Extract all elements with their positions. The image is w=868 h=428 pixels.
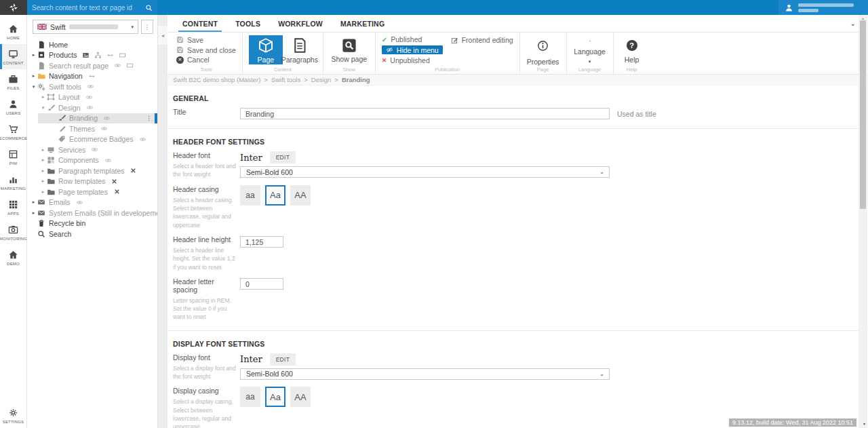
tree-label: Home xyxy=(49,41,68,49)
rail-item-files[interactable]: FILES xyxy=(0,69,26,94)
display-font-edit-button[interactable]: EDIT xyxy=(270,353,296,366)
published-option[interactable]: ✓Published xyxy=(382,35,443,44)
header-line-height-label: Header line height xyxy=(173,235,240,244)
tree-item-navigation[interactable]: ▸Navigation xyxy=(27,71,157,82)
save-button[interactable]: Save xyxy=(176,35,236,45)
casing-uppercase-button[interactable]: AA xyxy=(290,185,311,206)
expander-icon[interactable]: ▸ xyxy=(39,157,47,163)
properties-button[interactable]: Properties xyxy=(526,35,560,64)
expander-icon[interactable]: ▸ xyxy=(30,73,37,79)
expander-icon[interactable]: ▸ xyxy=(39,189,47,195)
tab-tools[interactable]: TOOLS xyxy=(226,15,269,32)
tree-item-home[interactable]: Home xyxy=(27,39,157,50)
casing-lowercase-button[interactable]: aa xyxy=(240,185,260,206)
header-font-help: Select a header font and the font weight xyxy=(173,162,238,179)
tree-item-system-emails[interactable]: ▸System Emails (Still in developement) xyxy=(27,208,157,218)
casing-lowercase-button[interactable]: aa xyxy=(240,387,260,407)
tree-item-ecommerce-badges[interactable]: Ecommerce Badges xyxy=(27,134,157,145)
tab-marketing[interactable]: MARKETING xyxy=(332,15,393,32)
ribbon-tabs: CONTENT TOOLS WORKFLOW MARKETING ⌄ xyxy=(167,15,868,33)
frontend-editing-button[interactable]: Frontend editing xyxy=(451,35,513,45)
expander-icon[interactable]: ▸ xyxy=(39,178,47,184)
rail-item-home[interactable]: HOME xyxy=(0,19,26,44)
expander-icon[interactable]: ▸ xyxy=(30,210,37,216)
expander-icon[interactable]: ▸ xyxy=(39,147,47,153)
breadcrumb-current: Branding xyxy=(342,76,370,83)
tree-item-products[interactable]: ▸Products xyxy=(27,50,157,61)
tree-item-recycle-bin[interactable]: Recycle bin xyxy=(27,218,157,229)
tree-item-emails[interactable]: ▸Emails xyxy=(27,197,157,208)
rail-item-apps[interactable]: APPS xyxy=(0,195,26,220)
website-selector[interactable]: Swift ▾ xyxy=(33,20,138,34)
header-line-height-help: Select a header line height. Set the val… xyxy=(173,246,238,271)
search-input[interactable] xyxy=(32,4,142,12)
rail-item-ecommerce[interactable]: ECOMMERCE xyxy=(0,119,26,144)
tab-content[interactable]: CONTENT xyxy=(174,15,226,32)
rail-item-users[interactable]: USERS xyxy=(0,94,26,119)
expander-icon[interactable]: ▸ xyxy=(39,168,47,174)
user-account[interactable] xyxy=(778,0,868,15)
tree-item-swift-tools[interactable]: ▾Swift tools xyxy=(27,81,157,92)
check-icon: ✓ xyxy=(382,36,387,43)
title-input[interactable] xyxy=(240,108,610,119)
expander-icon[interactable]: ▸ xyxy=(30,199,37,205)
casing-regular-button[interactable]: Aa xyxy=(265,185,285,206)
help-button[interactable]: ?Help xyxy=(620,35,644,64)
tree-item-services[interactable]: ▸Services xyxy=(27,144,157,155)
rail-item-pim[interactable]: PIM xyxy=(0,144,26,170)
cancel-icon: ✕ xyxy=(176,56,184,64)
website-menu-button[interactable]: ⋮ xyxy=(141,20,153,34)
hide-in-menu-option[interactable]: Hide in menu xyxy=(382,45,443,55)
status-caret-icon[interactable]: ▾ xyxy=(863,421,865,426)
tree-item-branding[interactable]: Branding⋮ xyxy=(27,113,157,124)
casing-uppercase-button[interactable]: AA xyxy=(290,387,311,407)
app-logo[interactable] xyxy=(0,0,27,15)
show-page-button[interactable]: Show page xyxy=(330,35,369,64)
tree-item-page-templates[interactable]: ▸Page templates xyxy=(27,187,157,197)
section-heading-header-fonts: HEADER FONT SETTINGS xyxy=(173,138,868,146)
display-font-name: Inter xyxy=(240,354,262,364)
scroll-up-icon[interactable]: ▲ xyxy=(859,15,867,20)
tree-label: Design xyxy=(58,104,81,112)
tree-item-components[interactable]: ▸Components xyxy=(27,155,157,166)
tree-item-row-templates[interactable]: ▸Row templates xyxy=(27,176,157,187)
tag-icon xyxy=(58,135,66,143)
cancel-button[interactable]: ✕Cancel xyxy=(176,55,236,64)
casing-regular-button[interactable]: Aa xyxy=(265,387,285,407)
tree-item-search-result-page[interactable]: Search result page xyxy=(27,60,157,71)
tab-workflow[interactable]: WORKFLOW xyxy=(269,15,332,32)
page-button[interactable]: Page xyxy=(249,35,283,64)
unpublished-option[interactable]: ✕Unpublished xyxy=(382,56,443,64)
save-and-close-button[interactable]: Save and close xyxy=(176,45,236,55)
search-icon[interactable] xyxy=(145,4,153,12)
display-font-weight-select[interactable]: Semi-Bold 600⌄ xyxy=(240,368,610,380)
header-font-weight-select[interactable]: Semi-Bold 600⌄ xyxy=(240,166,610,178)
header-letter-spacing-input[interactable] xyxy=(240,278,283,290)
rail-item-marketing[interactable]: MARKETING xyxy=(0,170,26,195)
header-font-edit-button[interactable]: EDIT xyxy=(270,151,296,163)
content-scrollbar[interactable]: ▲ xyxy=(859,15,867,428)
collapse-tree-button[interactable]: ◂ xyxy=(158,26,167,45)
breadcrumb-part[interactable]: Design xyxy=(311,76,332,83)
scrollbar-thumb[interactable] xyxy=(860,20,866,209)
expander-icon[interactable]: ▾ xyxy=(30,84,37,90)
breadcrumb-part[interactable]: Swift tools xyxy=(271,76,300,83)
expander-icon[interactable]: ▸ xyxy=(39,94,47,100)
tree-item-paragraph-templates[interactable]: ▸Paragraph templates xyxy=(27,166,157,176)
rail-item-content[interactable]: CONTENT xyxy=(0,44,26,69)
tree-item-design[interactable]: ▾Design xyxy=(27,102,157,113)
collapse-ribbon-button[interactable]: ⌄ xyxy=(850,15,856,32)
header-line-height-input[interactable] xyxy=(240,236,283,248)
rail-item-settings[interactable]: SETTINGS xyxy=(0,403,26,428)
breadcrumb-part[interactable]: Swift B2C demo shop (Master) xyxy=(173,76,260,83)
language-button[interactable]: Language▾ xyxy=(573,35,607,64)
rail-item-monitoring[interactable]: MONITORING xyxy=(0,220,26,245)
tree-item-search[interactable]: Search xyxy=(27,229,157,239)
tree-item-layout[interactable]: ▸Layout xyxy=(27,92,157,103)
expander-icon[interactable]: ▸ xyxy=(30,52,37,58)
expander-icon[interactable]: ▾ xyxy=(39,105,47,111)
rail-item-demo[interactable]: DEMO xyxy=(0,245,26,270)
tree-item-themes[interactable]: Themes xyxy=(27,123,157,134)
kebab-icon[interactable]: ⋮ xyxy=(146,113,152,124)
paragraphs-button[interactable]: Paragraphs xyxy=(283,35,317,64)
